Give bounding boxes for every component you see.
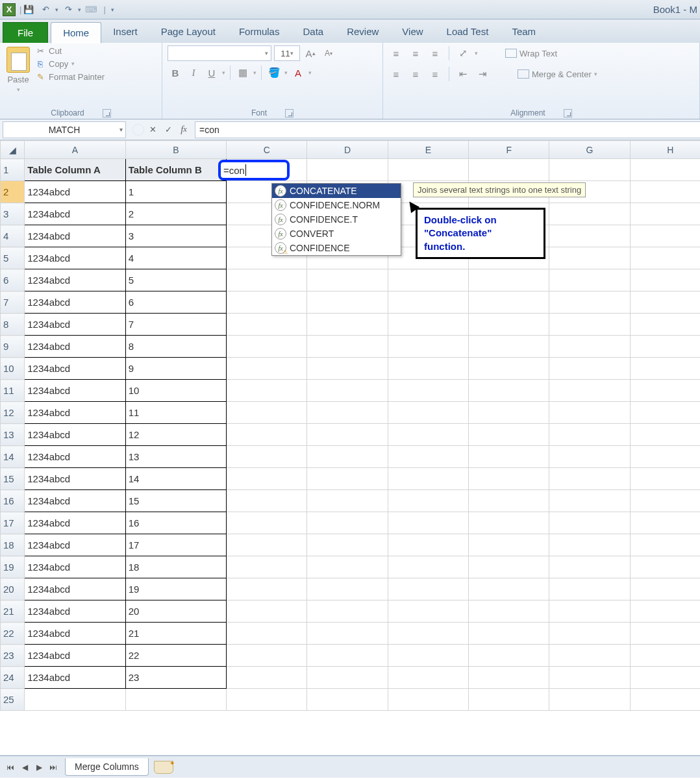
align-middle-button[interactable]: ≡ (408, 45, 423, 61)
cell-F11[interactable] (469, 380, 549, 402)
cell-C7[interactable] (227, 291, 307, 314)
row-header-16[interactable]: 16 (1, 490, 25, 512)
cell-H13[interactable] (630, 424, 700, 446)
cell-C10[interactable] (227, 358, 307, 380)
cell-A1[interactable]: Table Column A (25, 159, 125, 181)
cell-A2[interactable]: 1234abcd (25, 181, 125, 203)
merge-center-button[interactable]: Merge & Center ▾ (518, 69, 597, 79)
qat-undo-button[interactable]: ↶ (38, 3, 53, 17)
cell-F24[interactable] (469, 667, 549, 689)
cell-G17[interactable] (549, 512, 630, 534)
align-center-button[interactable]: ≡ (408, 66, 423, 82)
cell-G24[interactable] (549, 667, 630, 689)
cell-F8[interactable] (469, 314, 549, 336)
cell-H10[interactable] (630, 358, 700, 380)
cell-A16[interactable]: 1234abcd (25, 490, 125, 512)
row-header-24[interactable]: 24 (1, 667, 25, 689)
cell-B20[interactable]: 19 (125, 578, 226, 600)
row-header-25[interactable]: 25 (1, 689, 25, 711)
orientation-button[interactable]: ⤢ (455, 45, 471, 61)
borders-button[interactable]: ▦ (235, 65, 251, 80)
cell-C15[interactable] (227, 468, 307, 490)
cell-C12[interactable] (227, 402, 307, 424)
cell-A5[interactable]: 1234abcd (25, 247, 125, 269)
cell-D25[interactable] (307, 689, 388, 711)
cell-E6[interactable] (388, 269, 468, 291)
cell-E20[interactable] (388, 578, 468, 600)
cell-E16[interactable] (388, 490, 468, 512)
cell-B17[interactable]: 16 (125, 512, 226, 534)
cell-H20[interactable] (630, 578, 700, 600)
cell-D11[interactable] (307, 380, 388, 402)
cell-F19[interactable] (469, 556, 549, 578)
cell-C13[interactable] (227, 424, 307, 446)
cell-B15[interactable]: 14 (125, 468, 226, 490)
cell-A14[interactable]: 1234abcd (25, 446, 125, 468)
cell-G10[interactable] (549, 358, 630, 380)
fx-button[interactable]: fx (177, 123, 191, 137)
cell-C18[interactable] (227, 534, 307, 556)
cell-G1[interactable] (549, 159, 630, 181)
cell-A10[interactable]: 1234abcd (25, 358, 125, 380)
cell-H8[interactable] (630, 314, 700, 336)
row-header-18[interactable]: 18 (1, 534, 25, 556)
cell-A19[interactable]: 1234abcd (25, 556, 125, 578)
align-left-button[interactable]: ≡ (388, 66, 404, 82)
cell-D21[interactable] (307, 600, 388, 623)
cell-D6[interactable] (307, 269, 388, 291)
cell-D7[interactable] (307, 291, 388, 314)
cell-G15[interactable] (549, 468, 630, 490)
cell-A23[interactable]: 1234abcd (25, 645, 125, 667)
cell-C23[interactable] (227, 645, 307, 667)
cell-G22[interactable] (549, 623, 630, 645)
cell-F13[interactable] (469, 424, 549, 446)
row-header-7[interactable]: 7 (1, 291, 25, 314)
cell-D15[interactable] (307, 468, 388, 490)
cell-H22[interactable] (630, 623, 700, 645)
clipboard-dialog-launcher[interactable] (103, 109, 111, 117)
cell-A8[interactable]: 1234abcd (25, 314, 125, 336)
cell-H16[interactable] (630, 490, 700, 512)
cell-B25[interactable] (125, 689, 226, 711)
cell-E22[interactable] (388, 623, 468, 645)
cell-E18[interactable] (388, 534, 468, 556)
cell-D20[interactable] (307, 578, 388, 600)
cell-B22[interactable]: 21 (125, 623, 226, 645)
cell-G20[interactable] (549, 578, 630, 600)
cell-E9[interactable] (388, 336, 468, 358)
font-color-button[interactable]: A (290, 65, 306, 80)
cell-B8[interactable]: 7 (125, 314, 226, 336)
increase-font-button[interactable]: A▴ (303, 45, 318, 61)
cell-D9[interactable] (307, 336, 388, 358)
font-name-combo[interactable]: ▾ (168, 45, 271, 61)
cell-A9[interactable]: 1234abcd (25, 336, 125, 358)
cell-B5[interactable]: 4 (125, 247, 226, 269)
cell-C25[interactable] (227, 689, 307, 711)
cell-A12[interactable]: 1234abcd (25, 402, 125, 424)
cell-E13[interactable] (388, 424, 468, 446)
row-header-6[interactable]: 6 (1, 269, 25, 291)
cell-E14[interactable] (388, 446, 468, 468)
cell-D19[interactable] (307, 556, 388, 578)
row-header-9[interactable]: 9 (1, 336, 25, 358)
row-header-10[interactable]: 10 (1, 358, 25, 380)
cell-B11[interactable]: 10 (125, 380, 226, 402)
row-header-20[interactable]: 20 (1, 578, 25, 600)
row-header-1[interactable]: 1 (1, 159, 25, 181)
cell-G16[interactable] (549, 490, 630, 512)
qat-customize-button[interactable]: ⌨ (84, 3, 98, 17)
wrap-text-button[interactable]: Wrap Text (505, 49, 557, 58)
row-header-17[interactable]: 17 (1, 512, 25, 534)
cut-button[interactable]: ✂Cut (35, 45, 105, 56)
cell-A11[interactable]: 1234abcd (25, 380, 125, 402)
cell-B12[interactable]: 11 (125, 402, 226, 424)
cell-A17[interactable]: 1234abcd (25, 512, 125, 534)
alignment-dialog-launcher[interactable] (564, 109, 572, 117)
column-header-D[interactable]: D (307, 141, 388, 159)
cell-B3[interactable]: 2 (125, 203, 226, 225)
cancel-button[interactable]: ✕ (145, 123, 160, 137)
cell-E25[interactable] (388, 689, 468, 711)
cell-G21[interactable] (549, 600, 630, 623)
active-cell-c2[interactable]: =con (218, 160, 290, 180)
cell-F14[interactable] (469, 446, 549, 468)
